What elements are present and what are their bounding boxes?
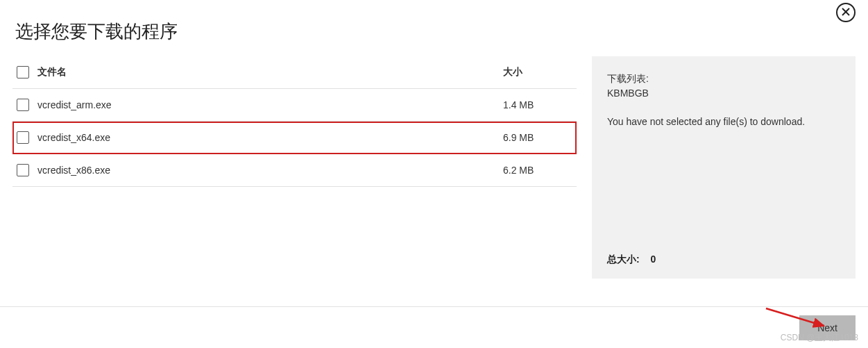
table-header-row: 文件名 大小 bbox=[12, 56, 577, 89]
file-name: vcredist_x86.exe bbox=[37, 165, 503, 176]
file-name: vcredist_arm.exe bbox=[37, 99, 503, 110]
total-size-value: 0 bbox=[651, 254, 656, 265]
column-header-name: 文件名 bbox=[37, 66, 503, 78]
file-list-panel: 文件名 大小 vcredist_arm.exe 1.4 MB vcredist_… bbox=[12, 56, 577, 279]
file-table: 文件名 大小 vcredist_arm.exe 1.4 MB vcredist_… bbox=[12, 56, 577, 187]
close-button[interactable] bbox=[836, 3, 856, 22]
select-all-checkbox[interactable] bbox=[17, 66, 29, 78]
footer-bar: Next bbox=[0, 306, 868, 348]
download-list-title: 下载列表: bbox=[607, 72, 840, 86]
download-list-empty-message: You have not selected any file(s) to dow… bbox=[607, 116, 840, 127]
file-name: vcredist_x64.exe bbox=[37, 132, 503, 143]
file-size: 6.9 MB bbox=[503, 132, 572, 143]
total-size: 总大小: 0 bbox=[607, 254, 840, 266]
download-list-panel: 下载列表: KBMBGB You have not selected any f… bbox=[592, 56, 856, 279]
table-row: vcredist_arm.exe 1.4 MB bbox=[12, 89, 577, 122]
total-size-label: 总大小: bbox=[607, 254, 640, 265]
file-size: 6.2 MB bbox=[503, 165, 572, 176]
page-title: 选择您要下载的程序 bbox=[0, 0, 868, 56]
row-checkbox[interactable] bbox=[17, 99, 29, 111]
row-checkbox[interactable] bbox=[17, 131, 29, 144]
row-checkbox[interactable] bbox=[17, 164, 29, 176]
next-button[interactable]: Next bbox=[799, 315, 856, 340]
file-size: 1.4 MB bbox=[503, 99, 572, 110]
download-list-units: KBMBGB bbox=[607, 86, 840, 101]
close-icon bbox=[842, 6, 850, 19]
table-row: vcredist_x64.exe 6.9 MB bbox=[12, 122, 577, 154]
content-area: 文件名 大小 vcredist_arm.exe 1.4 MB vcredist_… bbox=[0, 56, 868, 279]
table-row: vcredist_x86.exe 6.2 MB bbox=[12, 154, 577, 187]
column-header-size: 大小 bbox=[503, 66, 572, 78]
